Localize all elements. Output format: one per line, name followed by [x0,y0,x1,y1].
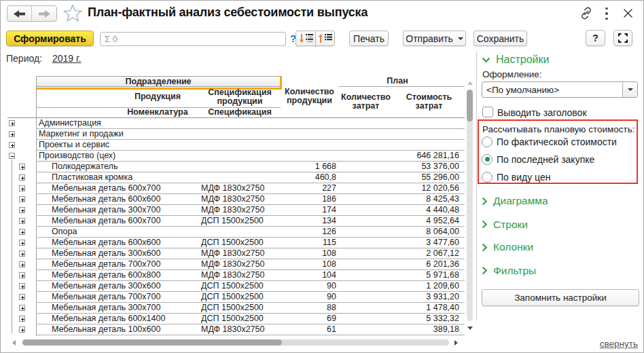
cell-qty: 90 [281,281,336,291]
column-header-product-spec[interactable]: Спецификация продукции [199,87,281,107]
period-value-link[interactable]: 2019 г. [52,53,81,64]
cell-qty: 460,8 [281,172,336,183]
tree-expand-icon[interactable] [19,261,25,267]
table-row[interactable]: Мебельная деталь 700х700МДФ 1830х2750108… [36,259,465,270]
table-row[interactable]: Мебельная деталь 300х600ДСП 1500х2500901… [36,281,465,292]
appearance-dropdown-button[interactable] [622,82,637,97]
appearance-select[interactable]: <По умолчанию> [482,81,638,98]
table-row[interactable]: Мебельная деталь 700х700ДСП 1500х2500903… [36,292,465,303]
tree-expand-icon[interactable] [19,294,25,300]
column-header-qty-production[interactable]: Количество продукции [281,76,338,117]
fullscreen-button[interactable] [613,30,632,46]
tree-expand-icon[interactable] [9,120,15,126]
table-row[interactable]: Мебельная деталь 100х600МДФ 1830х2750613… [36,324,465,335]
cell-spec: ДСП 1500х2500 [201,281,264,291]
vertical-scrollbar-thumb[interactable] [467,90,473,122]
sort-buttons-group [296,31,335,46]
tree-expand-icon[interactable] [19,185,25,191]
panel-splitter[interactable] [476,52,477,320]
scroll-down-icon[interactable] [467,327,473,330]
tree-expand-icon[interactable] [19,305,25,311]
tree-expand-icon[interactable] [9,142,15,148]
table-row[interactable]: Мебельная деталь 600х600МДФ 1830х2750186… [36,194,465,205]
send-button[interactable]: Отправить [403,31,466,46]
collapse-link[interactable]: свернуть [550,339,638,349]
radio-2-selected[interactable] [482,154,493,165]
scroll-right-icon[interactable] [454,340,458,346]
tree-expand-icon[interactable] [9,131,15,137]
column-header-production[interactable]: Продукция [116,87,199,107]
tree-collapse-icon[interactable] [9,153,15,159]
chevron-right-icon [482,197,488,206]
more-menu-icon[interactable] [604,7,609,20]
settings-section-header[interactable]: Настройки [482,54,549,66]
cell-name: Опора [52,227,77,237]
scroll-up-icon[interactable] [467,81,473,85]
column-header-qty-costs[interactable]: Количество затрат [338,86,393,117]
tree-expand-icon[interactable] [19,174,25,181]
favorite-star-icon[interactable] [63,4,82,22]
vertical-scrollbar-track[interactable] [467,90,473,321]
cell-qty: 61 [281,324,336,335]
table-row[interactable]: Производство (цех)646 281,16 [36,151,465,162]
radio-group-label: Рассчитывать плановую стоимость: [482,124,635,134]
table-row[interactable]: Пластиковая кромка460,855 296,00 [36,172,465,183]
tree-expand-icon[interactable] [19,316,25,322]
cell-qty: 115 [281,238,336,248]
print-button[interactable]: Печать [349,31,389,46]
table-row[interactable]: Мебельная деталь 600х1400ДСП 1500х250069… [36,314,465,324]
get-link-icon[interactable] [579,7,593,20]
sum-field[interactable]: Σ 0 [100,32,286,46]
table-row[interactable]: Проекты и сервис [36,140,465,151]
tree-expand-icon[interactable] [19,327,25,333]
table-row[interactable]: Мебельная деталь 300х600МДФ 1830х2750108… [36,248,465,259]
tree-expand-icon[interactable] [19,218,25,224]
tree-expand-icon[interactable] [19,164,25,170]
cell-name: Мебельная деталь 300х600 [52,281,160,291]
send-dropdown-icon [458,37,463,40]
table-row[interactable]: Мебельная деталь 300х700ДСП 1500х2500881… [36,303,465,314]
table-row[interactable]: Администрация [36,118,465,129]
section-header-1[interactable]: Диаграмма [482,195,548,207]
column-header-spec[interactable]: Спецификация [199,107,281,117]
forward-button[interactable] [32,6,56,21]
radio-3[interactable] [482,172,493,183]
tree-expand-icon[interactable] [19,196,25,202]
horizontal-scrollbar-thumb[interactable] [22,339,282,346]
table-row[interactable]: Опора1268 064,00 [36,227,465,238]
tree-expand-icon[interactable] [19,272,25,278]
save-button[interactable]: Сохранить [473,31,527,46]
cell-qty: 88 [281,303,336,313]
scroll-left-icon[interactable] [12,340,16,346]
table-row[interactable]: Маркетинг и продажи [36,129,465,140]
cell-cost: 3 931,20 [338,292,459,302]
column-header-plan[interactable]: План [332,76,463,86]
column-header-nomenclature[interactable]: Номенклатура [116,107,199,117]
tree-expand-icon[interactable] [19,207,25,213]
section-header-2[interactable]: Строки [482,219,528,231]
column-header-cost-costs[interactable]: Стоимость затрат [393,86,465,117]
tree-expand-icon[interactable] [19,229,25,235]
tree-expand-icon[interactable] [19,283,25,289]
tree-expand-icon[interactable] [19,250,25,257]
tree-expand-icon[interactable] [19,240,25,246]
table-row[interactable]: Мебельная деталь 300х700МДФ 1830х2750174… [36,205,465,216]
table-row[interactable]: Полкодержатель1 66853 376,00 [36,162,465,172]
sort-ascending-button[interactable] [315,31,335,46]
table-row[interactable]: Мебельная деталь 600х700МДФ 1830х2750227… [36,183,465,194]
table-row[interactable]: Мебельная деталь 600х700ДСП 1500х2500134… [36,216,465,227]
help-button[interactable]: ? [586,30,605,46]
table-row[interactable]: Мебельная деталь 600х800МДФ 1830х2750104… [36,270,465,281]
cell-qty: 126 [281,227,336,237]
section-header-4[interactable]: Фильтры [482,265,536,277]
sort-descending-button[interactable] [296,31,315,46]
generate-button[interactable]: Сформировать [6,31,94,46]
show-header-checkbox[interactable] [482,107,493,117]
table-row[interactable]: Мебельная деталь 600х600ДСП 1500х2500115… [36,238,465,248]
radio-1[interactable] [482,136,493,147]
column-header-department[interactable]: Подразделение [36,76,281,87]
back-button[interactable] [7,6,32,21]
close-icon[interactable] [623,8,633,18]
remember-settings-button[interactable]: Запомнить настройки [482,289,639,306]
section-header-3[interactable]: Колонки [482,241,533,253]
